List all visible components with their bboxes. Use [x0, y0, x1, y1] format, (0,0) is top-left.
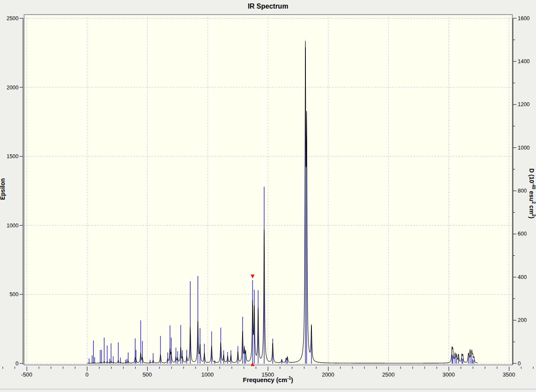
tick-label: 600 [518, 231, 527, 237]
label-segment: D (10 [528, 168, 535, 183]
tick-label: 1400 [518, 58, 530, 64]
y-axis-label-right: D (10-40 esu2 cm2) [528, 168, 535, 219]
label-segment: Frequency (cm [243, 377, 287, 383]
tick-label: 0 [518, 361, 521, 367]
label-superscript: -1 [287, 376, 291, 380]
label-segment: ) [291, 377, 293, 383]
tick-label: 1200 [518, 101, 530, 107]
chart-title: IR Spectrum [0, 3, 536, 10]
bottom-separator [0, 389, 536, 389]
tick-label: 2500 [6, 15, 18, 21]
x-axis-label: Frequency (cm-1) [0, 377, 536, 383]
tick-label: 2000 [6, 85, 18, 91]
spectrum-plot-canvas[interactable]: 0500100015002000250002004006008001000120… [0, 0, 536, 392]
label-segment: cm [528, 204, 535, 214]
tick-label: 1000 [6, 223, 18, 229]
label-segment: esu [528, 189, 535, 201]
y-axis-label-left: Epsilon [0, 178, 6, 200]
right-axis: 02004006008001000120014001600 [513, 15, 530, 367]
label-superscript: -40 [531, 183, 536, 189]
tick-label: 1500 [6, 153, 18, 159]
left-axis: 05001000150020002500 [6, 15, 23, 367]
tick-label: 400 [518, 274, 527, 280]
tick-label: 1600 [518, 15, 530, 21]
tick-label: 200 [518, 317, 527, 323]
label-segment: ) [528, 217, 535, 219]
tick-label: 500 [9, 291, 18, 297]
tick-label: 0 [15, 361, 18, 367]
tick-label: 1000 [518, 145, 530, 151]
tick-label: 800 [518, 188, 527, 194]
